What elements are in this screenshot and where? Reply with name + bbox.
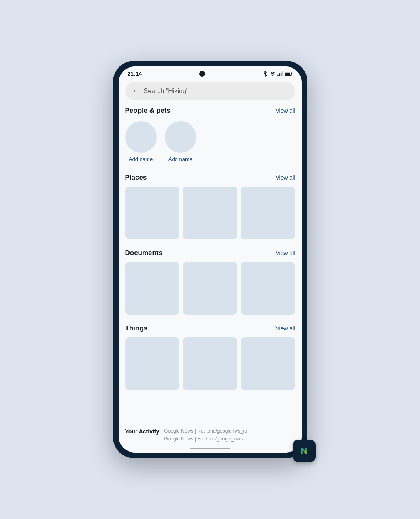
document-card-3[interactable] <box>241 262 295 315</box>
place-card-3[interactable] <box>241 187 295 239</box>
logo-letter: N <box>301 446 307 456</box>
place-card-2[interactable] <box>183 187 237 239</box>
things-grid <box>125 337 295 390</box>
status-bar: 21:14 <box>119 66 302 79</box>
view-all-places-button[interactable]: View all <box>276 174 295 181</box>
home-indicator <box>119 445 302 453</box>
search-bar-area: ← Search "Hiking" <box>119 79 302 105</box>
svg-rect-5 <box>285 73 290 75</box>
your-activity-bar: Your Activity Google News | Ru: t.me/goo… <box>119 423 302 445</box>
battery-icon <box>285 71 293 76</box>
view-all-things-button[interactable]: View all <box>276 325 295 332</box>
person-item-1: Add name <box>125 121 157 162</box>
thing-card-1[interactable] <box>125 337 180 390</box>
search-input-text: Search "Hiking" <box>144 88 189 95</box>
documents-grid <box>125 262 295 315</box>
document-card-1[interactable] <box>125 262 180 315</box>
your-activity-links: Google News | Ru: t.me/googlenws_ru Goog… <box>164 427 247 443</box>
back-arrow-icon[interactable]: ← <box>132 87 140 95</box>
phone-screen: 21:14 <box>119 66 302 453</box>
section-places: Places View all <box>125 172 295 239</box>
places-grid <box>125 187 295 239</box>
section-title-things: Things <box>125 324 148 332</box>
bluetooth-icon <box>263 71 268 77</box>
status-time: 21:14 <box>128 71 142 77</box>
signal-icon <box>277 71 283 76</box>
svg-rect-1 <box>279 73 280 76</box>
section-title-places: Places <box>125 174 147 182</box>
your-activity-row: Your Activity Google News | Ru: t.me/goo… <box>125 427 295 443</box>
wifi-icon <box>269 71 276 76</box>
place-card-1[interactable] <box>125 187 180 239</box>
view-all-documents-button[interactable]: View all <box>276 250 295 256</box>
section-people-pets: People & pets View all Add name Add name <box>125 105 295 164</box>
corner-logo: N <box>293 440 316 462</box>
person-avatar-2 <box>165 121 196 153</box>
thing-card-2[interactable] <box>183 337 237 390</box>
scroll-content[interactable]: People & pets View all Add name Add name <box>119 105 302 423</box>
camera-notch <box>199 71 205 77</box>
section-header-places: Places View all <box>125 172 295 182</box>
add-name-button-2[interactable]: Add name <box>168 156 192 162</box>
section-header-things: Things View all <box>125 323 295 332</box>
activity-link-2[interactable]: Google News | En: t.me/google_nws <box>164 435 247 443</box>
add-name-button-1[interactable]: Add name <box>129 156 153 162</box>
people-row: Add name Add name <box>125 120 295 164</box>
your-activity-label: Your Activity <box>125 427 160 435</box>
section-documents: Documents View all <box>125 247 295 315</box>
home-indicator-bar <box>190 448 230 449</box>
status-icons <box>263 71 293 77</box>
svg-rect-3 <box>282 71 283 76</box>
section-header-documents: Documents View all <box>125 247 295 257</box>
search-bar[interactable]: ← Search "Hiking" <box>125 82 295 100</box>
phone-wrapper: 21:14 <box>113 61 307 458</box>
section-title-documents: Documents <box>125 249 163 257</box>
svg-rect-0 <box>277 75 279 76</box>
section-things: Things View all <box>125 323 295 390</box>
document-card-2[interactable] <box>183 262 237 315</box>
svg-rect-2 <box>280 73 281 76</box>
person-item-2: Add name <box>165 121 196 162</box>
section-header-people: People & pets View all <box>125 105 295 115</box>
view-all-people-button[interactable]: View all <box>276 107 295 114</box>
thing-card-3[interactable] <box>241 337 295 390</box>
section-title-people: People & pets <box>125 107 171 115</box>
activity-link-1[interactable]: Google News | Ru: t.me/googlenws_ru <box>164 427 247 435</box>
phone-frame: 21:14 <box>113 61 307 458</box>
person-avatar-1 <box>125 121 157 153</box>
